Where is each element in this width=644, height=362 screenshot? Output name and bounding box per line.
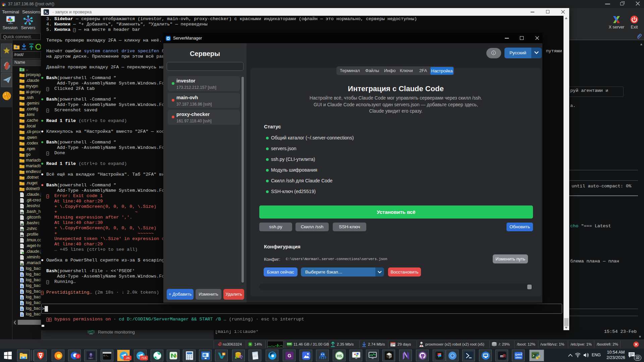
svg-text:FRKY: FRKY: [89, 357, 93, 359]
svg-text:R: R: [503, 354, 506, 358]
svg-text:G: G: [288, 353, 291, 358]
svg-text:Quick: Quick: [515, 353, 523, 356]
svg-text:HS: HS: [337, 354, 342, 358]
svg-text:utmo: utmo: [516, 356, 522, 359]
svg-text:B: B: [223, 353, 224, 355]
svg-text:C:\_: C:\_: [104, 355, 109, 357]
